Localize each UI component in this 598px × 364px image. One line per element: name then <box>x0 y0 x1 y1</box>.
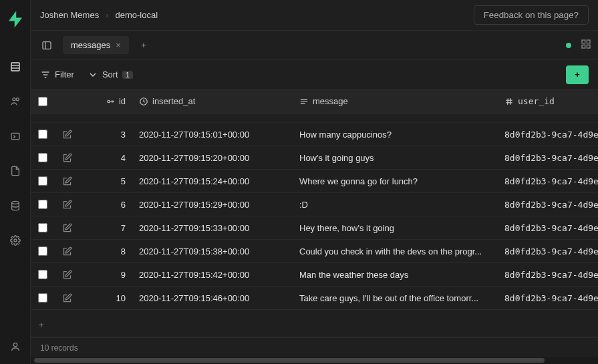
add-row-button[interactable]: + <box>566 65 589 84</box>
new-tab-button[interactable]: + <box>134 36 153 55</box>
horizontal-scrollbar[interactable] <box>31 357 598 364</box>
cell-id: 7 <box>79 223 132 233</box>
cell-user-id: 8d0fd2b3-9ca7-4d9e <box>498 293 598 303</box>
cell-user-id: 8d0fd2b3-9ca7-4d9e <box>498 246 598 256</box>
row-checkbox[interactable] <box>31 176 55 186</box>
cell-inserted-at: 2020-11-27T09:15:46+00:00 <box>132 293 293 303</box>
view-toggle-icon[interactable] <box>581 39 591 51</box>
cell-message: Where we gonna go for lunch? <box>293 176 498 186</box>
table-footer: 10 records <box>31 337 598 357</box>
edit-icon[interactable] <box>55 246 79 256</box>
nav-docs[interactable] <box>7 163 23 179</box>
tab-messages[interactable]: messages × <box>63 36 129 54</box>
table-body: 32020-11-27T09:15:01+00:00How many cappu… <box>31 114 598 313</box>
nav-database[interactable] <box>7 198 23 214</box>
edit-icon[interactable] <box>55 153 79 163</box>
row-checkbox[interactable] <box>31 246 55 256</box>
col-message[interactable]: message <box>293 96 498 106</box>
edit-icon[interactable] <box>55 130 79 140</box>
record-count: 10 records <box>40 343 78 353</box>
table-row[interactable]: 62020-11-27T09:15:29+00:00:D8d0fd2b3-9ca… <box>31 193 598 216</box>
table-row[interactable]: 32020-11-27T09:15:01+00:00How many cappu… <box>31 123 598 146</box>
cell-message: Take care guys, I'll be out of the offic… <box>293 293 498 303</box>
table-row[interactable]: 92020-11-27T09:15:42+00:00Man the weathe… <box>31 263 598 287</box>
row-checkbox[interactable] <box>31 130 55 139</box>
row-checkbox[interactable] <box>31 270 55 279</box>
chevron-right-icon: › <box>106 10 108 20</box>
sidebar-toggle-icon[interactable] <box>37 36 56 55</box>
topbar: Joshen Memes › demo-local Feedback on th… <box>31 0 598 31</box>
table-row[interactable]: 102020-11-27T09:15:46+00:00Take care guy… <box>31 287 598 310</box>
cell-message: Hey there, how's it going <box>293 223 498 233</box>
filter-button[interactable]: Filter <box>40 69 74 80</box>
svg-rect-5 <box>11 133 19 139</box>
nav-sql[interactable] <box>7 128 23 144</box>
feedback-button[interactable]: Feedback on this page? <box>474 5 589 25</box>
sort-button[interactable]: Sort 1 <box>88 69 133 80</box>
sort-count-badge: 1 <box>122 71 133 79</box>
cell-message: How many cappucinos? <box>293 130 498 140</box>
cell-user-id: 8d0fd2b3-9ca7-4d9e <box>498 153 598 163</box>
nav-table-editor[interactable] <box>7 59 23 75</box>
logo[interactable] <box>5 9 25 29</box>
cell-user-id: 8d0fd2b3-9ca7-4d9e <box>498 223 598 233</box>
sort-label: Sort <box>102 69 118 79</box>
svg-point-4 <box>16 98 19 101</box>
tabs-bar: messages × + <box>31 31 598 60</box>
cell-inserted-at: 2020-11-27T09:15:24+00:00 <box>132 176 293 186</box>
table-header: id inserted_at message user_id <box>31 89 598 114</box>
svg-rect-11 <box>582 40 585 43</box>
svg-line-20 <box>508 98 508 104</box>
nav-auth[interactable] <box>7 94 23 110</box>
edit-icon[interactable] <box>55 223 79 233</box>
cell-user-id: 8d0fd2b3-9ca7-4d9e <box>498 130 598 140</box>
svg-point-3 <box>13 98 15 101</box>
edit-icon[interactable] <box>55 176 79 186</box>
edit-icon[interactable] <box>55 270 79 280</box>
header-checkbox[interactable] <box>31 97 55 106</box>
svg-point-6 <box>11 201 19 204</box>
col-inserted-at[interactable]: inserted_at <box>132 96 293 106</box>
row-checkbox[interactable] <box>31 200 55 209</box>
add-row-inline[interactable]: + <box>31 313 598 337</box>
row-checkbox[interactable] <box>31 153 55 162</box>
cell-inserted-at: 2020-11-27T09:15:20+00:00 <box>132 153 293 163</box>
cell-id: 10 <box>79 293 132 303</box>
col-id[interactable]: id <box>79 96 132 106</box>
tab-label: messages <box>71 40 110 50</box>
cell-message: How's it going guys <box>293 153 498 163</box>
table-row[interactable]: 52020-11-27T09:15:24+00:00Where we gonna… <box>31 170 598 193</box>
row-checkbox[interactable] <box>31 223 55 232</box>
nav-rail <box>0 0 31 364</box>
cell-message: :D <box>293 200 498 210</box>
nav-settings[interactable] <box>7 232 23 248</box>
cell-id: 5 <box>79 176 132 186</box>
cell-message: Man the weather these days <box>293 270 498 280</box>
breadcrumb-env[interactable]: demo-local <box>116 10 158 20</box>
cell-user-id: 8d0fd2b3-9ca7-4d9e <box>498 176 598 186</box>
breadcrumb-project[interactable]: Joshen Memes <box>40 10 99 20</box>
svg-rect-13 <box>582 45 585 48</box>
svg-line-21 <box>510 98 511 104</box>
cell-id: 8 <box>79 246 132 256</box>
nav-user[interactable] <box>7 339 23 355</box>
table: id inserted_at message user_id 32020-11-… <box>31 89 598 364</box>
edit-icon[interactable] <box>55 293 79 303</box>
cell-id: 9 <box>79 270 132 280</box>
svg-rect-12 <box>587 40 590 43</box>
toolbar: Filter Sort 1 + <box>31 60 598 89</box>
close-icon[interactable]: × <box>116 40 121 50</box>
cell-user-id: 8d0fd2b3-9ca7-4d9e <box>498 200 598 210</box>
row-checkbox[interactable] <box>31 293 55 303</box>
main-area: Joshen Memes › demo-local Feedback on th… <box>31 0 598 364</box>
col-user-id[interactable]: user_id <box>498 96 598 106</box>
table-row[interactable]: 72020-11-27T09:15:33+00:00Hey there, how… <box>31 216 598 240</box>
svg-rect-14 <box>587 45 590 48</box>
table-row[interactable]: 82020-11-27T09:15:38+00:00Could you chec… <box>31 240 598 263</box>
svg-point-18 <box>108 100 110 103</box>
table-row[interactable]: 42020-11-27T09:15:20+00:00How's it going… <box>31 146 598 170</box>
cell-inserted-at: 2020-11-27T09:15:01+00:00 <box>132 130 293 140</box>
svg-rect-0 <box>11 63 19 71</box>
filter-label: Filter <box>55 69 74 79</box>
edit-icon[interactable] <box>55 200 79 210</box>
